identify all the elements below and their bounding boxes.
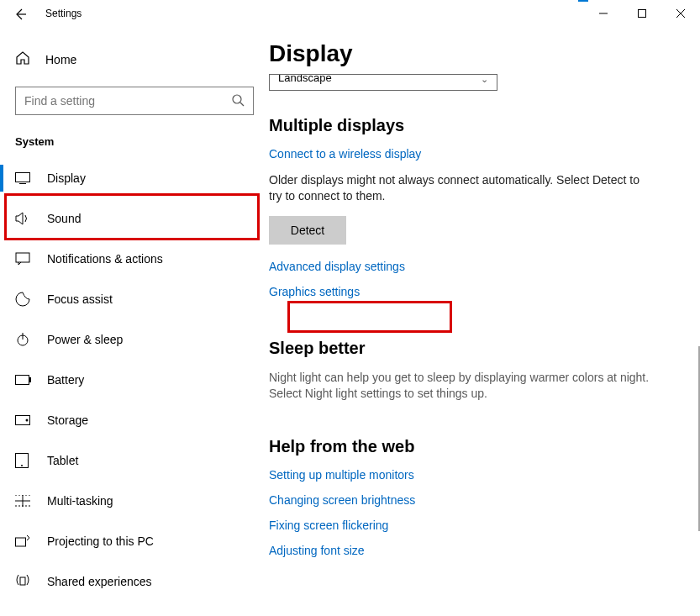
- wireless-display-link[interactable]: Connect to a wireless display: [269, 147, 688, 161]
- older-displays-text: Older displays might not always connect …: [269, 172, 655, 204]
- sidebar-item-tablet[interactable]: Tablet: [0, 440, 269, 481]
- search-placeholder: Find a setting: [24, 94, 231, 108]
- svg-rect-8: [16, 253, 29, 262]
- shared-icon: [15, 575, 34, 588]
- multitasking-icon: [15, 495, 34, 507]
- tablet-icon: [15, 453, 34, 468]
- home-nav[interactable]: Home: [8, 42, 261, 76]
- sidebar-item-shared[interactable]: Shared experiences: [0, 561, 269, 602]
- sidebar-item-label: Display: [47, 171, 86, 185]
- sidebar-item-label: Power & sleep: [47, 333, 123, 346]
- sidebar-item-sound[interactable]: Sound: [0, 198, 269, 239]
- notifications-icon: [15, 252, 34, 266]
- sleep-better-text: Night light can help you get to sleep by…: [269, 370, 664, 402]
- help-link-brightness[interactable]: Changing screen brightness: [269, 493, 688, 507]
- sidebar-item-label: Focus assist: [47, 292, 113, 306]
- maximize-button[interactable]: [623, 0, 661, 27]
- sidebar-item-label: Sound: [47, 212, 81, 225]
- sound-icon: [15, 212, 34, 225]
- svg-point-16: [21, 465, 23, 466]
- sidebar-item-display[interactable]: Display: [0, 158, 269, 198]
- home-icon: [15, 50, 34, 68]
- search-icon: [231, 93, 245, 109]
- minimize-button[interactable]: [584, 0, 623, 27]
- svg-point-4: [233, 95, 241, 103]
- svg-rect-12: [29, 377, 31, 382]
- scrollbar[interactable]: [695, 346, 700, 616]
- sidebar-item-projecting[interactable]: Projecting to this PC: [0, 521, 269, 561]
- help-link-monitors[interactable]: Setting up multiple monitors: [269, 468, 688, 482]
- titlebar: Settings: [0, 0, 700, 29]
- sidebar-item-label: Storage: [47, 413, 88, 427]
- orientation-dropdown[interactable]: Landscape ⌄: [269, 74, 497, 91]
- help-link-fontsize[interactable]: Adjusting font size: [269, 544, 688, 557]
- sidebar-item-notifications[interactable]: Notifications & actions: [0, 239, 269, 279]
- svg-rect-21: [16, 538, 26, 546]
- orientation-value: Landscape: [278, 74, 332, 84]
- sidebar-item-label: Projecting to this PC: [47, 534, 154, 548]
- sidebar-item-label: Multi-tasking: [47, 494, 113, 508]
- sidebar-item-multitasking[interactable]: Multi-tasking: [0, 481, 269, 521]
- battery-icon: [15, 375, 34, 385]
- svg-rect-1: [639, 10, 646, 18]
- svg-point-14: [26, 419, 29, 422]
- sidebar-item-storage[interactable]: Storage: [0, 400, 269, 440]
- multiple-displays-heading: Multiple displays: [269, 116, 688, 135]
- nav-list: Display Sound Notifications & actions Fo…: [0, 158, 269, 602]
- sidebar-item-label: Notifications & actions: [47, 252, 163, 266]
- section-label: System: [8, 135, 261, 158]
- sidebar-item-label: Battery: [47, 373, 84, 387]
- help-link-flickering[interactable]: Fixing screen flickering: [269, 519, 688, 532]
- sleep-better-heading: Sleep better: [269, 339, 688, 358]
- close-button[interactable]: [661, 0, 700, 27]
- sidebar-item-power-sleep[interactable]: Power & sleep: [0, 319, 269, 360]
- storage-icon: [15, 415, 34, 425]
- svg-rect-22: [20, 577, 25, 585]
- help-heading: Help from the web: [269, 437, 688, 456]
- window-title: Settings: [45, 8, 82, 19]
- chevron-down-icon: ⌄: [481, 74, 488, 85]
- svg-rect-11: [16, 376, 29, 385]
- home-label: Home: [45, 53, 76, 66]
- focus-assist-icon: [15, 292, 34, 307]
- svg-rect-6: [16, 173, 30, 182]
- advanced-display-link[interactable]: Advanced display settings: [269, 260, 688, 273]
- sidebar-item-label: Tablet: [47, 454, 78, 467]
- search-input[interactable]: Find a setting: [15, 87, 254, 115]
- display-icon: [15, 172, 34, 184]
- window-controls: [584, 0, 700, 27]
- detect-button[interactable]: Detect: [269, 216, 346, 245]
- sidebar: Home Find a setting System Display Sound…: [0, 29, 269, 616]
- sidebar-item-battery[interactable]: Battery: [0, 360, 269, 400]
- main-panel: Display Landscape ⌄ Multiple displays Co…: [269, 29, 700, 616]
- page-title: Display: [269, 40, 688, 67]
- back-button[interactable]: [12, 6, 29, 23]
- graphics-settings-link[interactable]: Graphics settings: [269, 285, 688, 298]
- svg-line-5: [240, 103, 244, 106]
- sidebar-item-label: Shared experiences: [47, 575, 152, 588]
- projecting-icon: [15, 534, 34, 548]
- power-sleep-icon: [15, 332, 34, 347]
- sidebar-item-focus-assist[interactable]: Focus assist: [0, 279, 269, 319]
